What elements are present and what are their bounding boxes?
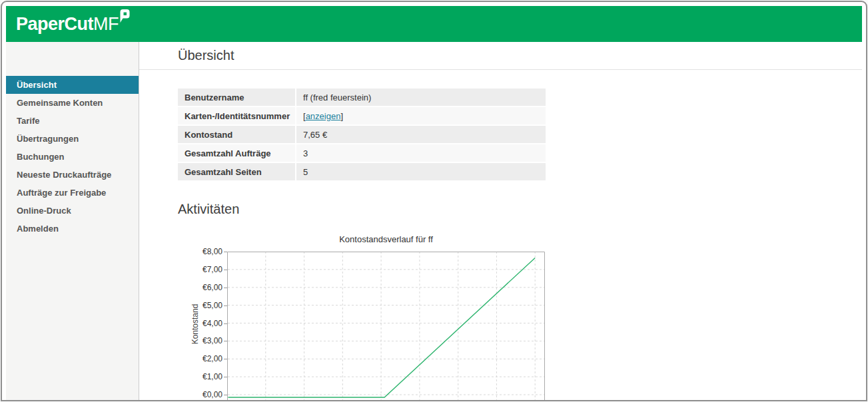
y-tick-label: €3,00 bbox=[178, 335, 222, 346]
papercut-flag-icon bbox=[120, 9, 130, 23]
table-row: Gesamtzahl Seiten5 bbox=[178, 163, 546, 180]
plot-border bbox=[228, 252, 545, 401]
overview-row-value: 3 bbox=[296, 144, 546, 162]
sidebar-item-gemeinsame-konten[interactable]: Gemeinsame Konten bbox=[6, 94, 139, 112]
y-tick-label: €6,00 bbox=[178, 282, 222, 293]
overview-row-value: 5 bbox=[296, 163, 546, 180]
sidebar-item-ubertragungen[interactable]: Übertragungen bbox=[6, 130, 139, 148]
sidebar-item-buchungen[interactable]: Buchungen bbox=[6, 148, 139, 166]
main-panel: Übersicht Benutzernameff (fred feuerstei… bbox=[139, 42, 862, 400]
table-row: Karten-/Identitätsnummer[anzeigen] bbox=[178, 107, 546, 124]
app-header: PaperCutMF bbox=[6, 6, 862, 42]
overview-row-value: [anzeigen] bbox=[296, 107, 546, 124]
y-tick-label: €2,00 bbox=[178, 353, 222, 364]
page-title: Übersicht bbox=[178, 48, 234, 63]
window-frame: PaperCutMF ÜbersichtGemeinsame KontenTar… bbox=[1, 1, 867, 401]
y-tick-label: €7,00 bbox=[178, 264, 222, 275]
main-content: Benutzernameff (fred feuerstein)Karten-/… bbox=[139, 87, 862, 385]
overview-table-body: Benutzernameff (fred feuerstein)Karten-/… bbox=[178, 89, 546, 180]
y-tick-label: €5,00 bbox=[178, 300, 222, 311]
overview-row-value: 7,65 € bbox=[296, 126, 546, 143]
y-tick-label: €4,00 bbox=[178, 318, 222, 329]
papercut-logo: PaperCutMF bbox=[16, 15, 130, 33]
chart-title: Kontostandsverlauf für ff bbox=[227, 234, 545, 244]
logo-text-secondary: MF bbox=[93, 14, 119, 34]
overview-row-label: Benutzername bbox=[178, 89, 295, 106]
sidebar-item-tarife[interactable]: Tarife bbox=[6, 112, 139, 130]
overview-table: Benutzernameff (fred feuerstein)Karten-/… bbox=[177, 87, 547, 182]
overview-row-label: Gesamtzahl Aufträge bbox=[178, 144, 295, 162]
table-row: Gesamtzahl Aufträge3 bbox=[178, 144, 546, 162]
y-tick-label: €1,00 bbox=[178, 371, 222, 382]
series-line-kontostand bbox=[228, 258, 535, 397]
overview-row-label: Karten-/Identitätsnummer bbox=[178, 107, 295, 124]
sidebar-item-neueste-druckauftrage[interactable]: Neueste Druckaufträge bbox=[6, 166, 139, 184]
sidebar-item-ubersicht[interactable]: Übersicht bbox=[6, 76, 139, 94]
sidebar-nav: ÜbersichtGemeinsame KontenTarifeÜbertrag… bbox=[6, 76, 139, 238]
y-tick-label: €8,00 bbox=[178, 246, 222, 257]
balance-line-chart-svg bbox=[227, 252, 545, 400]
sidebar-item-abmelden[interactable]: Abmelden bbox=[6, 220, 139, 238]
overview-row-value: ff (fred feuerstein) bbox=[296, 89, 546, 106]
balance-chart: Kontostandsverlauf für ff Kontostand €8,… bbox=[178, 234, 862, 385]
sidebar: ÜbersichtGemeinsame KontenTarifeÜbertrag… bbox=[6, 42, 139, 400]
sidebar-item-auftrage-zur-freigabe[interactable]: Aufträge zur Freigabe bbox=[6, 184, 139, 202]
sidebar-item-online-druck[interactable]: Online-Druck bbox=[6, 202, 139, 220]
overview-row-label: Kontostand bbox=[178, 126, 295, 143]
table-row: Benutzernameff (fred feuerstein) bbox=[178, 89, 546, 106]
logo-text-primary: PaperCut bbox=[16, 14, 93, 34]
activities-heading: Aktivitäten bbox=[178, 202, 862, 217]
overview-row-label: Gesamtzahl Seiten bbox=[178, 163, 295, 180]
anzeigen-link[interactable]: anzeigen bbox=[306, 111, 341, 121]
y-tick-label: €0,00 bbox=[178, 389, 222, 400]
table-row: Kontostand7,65 € bbox=[178, 126, 546, 143]
page-title-bar: Übersicht bbox=[139, 42, 862, 70]
chart-plot-area bbox=[227, 252, 545, 400]
